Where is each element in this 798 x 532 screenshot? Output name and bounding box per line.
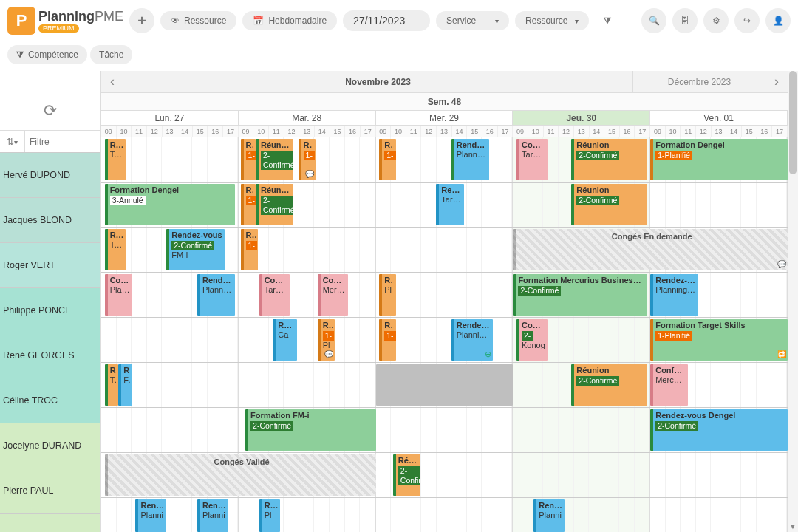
resource-header[interactable]: Jacques BLOND	[0, 197, 100, 242]
chevron-right-icon	[774, 74, 779, 89]
top-toolbar: P PlanningPME PREMIUM Ressource Hebdomad…	[0, 0, 798, 41]
day-header: Mar. 28	[239, 111, 376, 125]
prev-month-button[interactable]	[101, 71, 123, 92]
task-block[interactable]: Réunion2-Confirmé	[393, 454, 420, 496]
task-block[interactable]: Formation Target Skills1-Planifié	[650, 319, 788, 361]
task-block[interactable]: Réunion2-Confirmé	[256, 139, 293, 180]
resource-header[interactable]: Jocelyne DURAND	[0, 423, 100, 468]
task-block[interactable]: Ré voFM	[118, 364, 132, 406]
add-button[interactable]	[129, 8, 154, 33]
task-block[interactable]: Rendez-vousPlanni	[135, 499, 166, 532]
next-month-label: Décembre 2023	[632, 71, 765, 92]
task-block[interactable]: Formation Dengel1-Planifié	[650, 139, 788, 180]
task-block[interactable]: Confé téléphTarget Skills	[516, 139, 548, 180]
task-block[interactable]: Formation FM-i2-Confirmé	[245, 409, 376, 451]
schedule-row[interactable]: Ré voCaRé int1-PlRé int1-Rendez-vousPlan…	[101, 318, 788, 363]
funnel-icon	[16, 50, 24, 60]
task-block[interactable]: Ré intTa Sk	[105, 229, 126, 270]
resource-header[interactable]: Pierre PAUL	[0, 468, 100, 513]
task-block[interactable]: Ré voPl	[259, 499, 280, 532]
task-block[interactable]: Rendez-vous2-ConfirméFM-i	[166, 229, 225, 270]
next-month-button[interactable]	[765, 71, 788, 92]
schedule-row[interactable]: Rendez-vousPlanniRendez-vousPlanniRé voP…	[101, 498, 788, 532]
task-block[interactable]: Ré intTa Sk	[105, 364, 119, 406]
task-block[interactable]: Ré voCa	[273, 319, 297, 361]
date-field[interactable]	[353, 15, 420, 27]
competence-filter[interactable]: Compétence	[7, 45, 87, 64]
resource-column: Hervé DUPONDJacques BLONDRoger VERTPhili…	[0, 71, 101, 532]
schedule-row[interactable]: Formation FM-i2-ConfirméRendez-vous Deng…	[101, 408, 788, 453]
task-block[interactable]: Ré int1-	[379, 319, 396, 361]
resource-header[interactable]: René GEORGES	[0, 332, 100, 378]
resource-header[interactable]: Céline TROC	[0, 378, 100, 423]
settings-button[interactable]	[703, 8, 729, 33]
resource-dropdown[interactable]: Ressource	[515, 11, 589, 30]
resource-header[interactable]: Pascal RIBON	[0, 513, 100, 532]
calendar-pane: Novembre 2023 Décembre 2023 Sem. 48 Lun.…	[101, 71, 788, 532]
task-block[interactable]: Rendez-vousPlanni	[533, 499, 565, 532]
scroll-down-arrow[interactable]: ▼	[788, 522, 798, 532]
task-block[interactable]: Rendez-vousPlanni Canad	[197, 274, 235, 316]
task-block[interactable]: Ré int1-	[241, 229, 258, 270]
task-block[interactable]: Réunion2-Confirmé	[571, 184, 647, 225]
refresh-button[interactable]	[0, 93, 100, 129]
task-block[interactable]: Ré int1-	[241, 139, 256, 180]
task-block[interactable]: Rendez-vousTarget Skills	[436, 184, 463, 225]
service-dropdown[interactable]: Service	[436, 11, 509, 30]
filter-input[interactable]	[25, 137, 96, 147]
task-block[interactable]: Rendez-vousPlanningP Canada	[451, 319, 493, 361]
sort-icon	[7, 137, 14, 147]
task-block[interactable]: Ré int1-	[299, 139, 316, 180]
filter-button[interactable]	[595, 8, 620, 33]
task-block[interactable]: Ré intTa Sk	[105, 139, 126, 180]
task-block[interactable]: Congés En demande	[513, 229, 788, 270]
task-block[interactable]: Confé téléph2-Konog	[516, 319, 548, 361]
resource-header[interactable]: Hervé DUPOND	[0, 152, 100, 197]
schedule-row[interactable]: Ré intTa SkRendez-vous2-ConfirméFM-iRé i…	[101, 228, 788, 273]
task-block[interactable]: Rendez-vous Dengel2-Confirmé	[650, 409, 788, 451]
hours-header: 0910111213141516170910111213141516170910…	[101, 126, 788, 137]
resource-header[interactable]: Philippe PONCE	[0, 287, 100, 332]
task-block[interactable]: Réunion2-Confirmé	[571, 139, 647, 180]
task-block[interactable]: Rendez-vousPlanningP Nederland	[451, 139, 489, 180]
schedule-row[interactable]: Ré intTa SkRé int1-Réunion2-ConfirméRé i…	[101, 137, 788, 183]
schedule-row[interactable]: Congés ValidéRéunion2-Confirmé	[101, 453, 788, 498]
task-block[interactable]: Réunion2-Confirmé	[256, 184, 293, 225]
task-block[interactable]: Ré intPl	[379, 274, 396, 316]
user-button[interactable]	[765, 8, 791, 33]
eye-icon	[171, 16, 180, 26]
task-block[interactable]: Confé téléphMercu Busin	[318, 274, 349, 316]
resource-header[interactable]: Roger VERT	[0, 242, 100, 287]
task-block[interactable]: Ré int1-	[379, 139, 396, 180]
task-block[interactable]: Ré int1-Pl	[318, 319, 335, 361]
schedule-row[interactable]: Confé téléphPlanni CanadRendez-vousPlann…	[101, 273, 788, 318]
task-block[interactable]: Ré int1-	[241, 184, 256, 225]
date-input[interactable]	[343, 10, 430, 31]
app-name: PlanningPME	[38, 10, 123, 23]
schedule-row[interactable]: Ré intTa SkRé voFMRéunion2-ConfirméConfé…	[101, 363, 788, 408]
chevron-down-icon	[495, 16, 499, 26]
schedule-row[interactable]: Formation Dengel3-AnnuléRé int1-Réunion2…	[101, 183, 788, 228]
task-block[interactable]: Formation Dengel3-Annulé	[105, 184, 236, 225]
task-block[interactable]: Réunion2-Confirmé	[571, 364, 647, 406]
task-block[interactable]: Rendez-vousPlanningP Canada	[650, 274, 698, 316]
resource-view-selector[interactable]: Ressource	[160, 11, 236, 30]
period-selector[interactable]: Hebdomadaire	[242, 11, 337, 30]
task-block[interactable]: Confé téléphPlanni Canad	[105, 274, 132, 316]
sort-button[interactable]	[0, 131, 25, 152]
week-label: Sem. 48	[101, 93, 788, 111]
data-button[interactable]	[672, 8, 698, 33]
vertical-scrollbar[interactable]: ▼	[788, 71, 798, 532]
schedule-grid[interactable]: Ré intTa SkRé int1-Réunion2-ConfirméRé i…	[101, 137, 788, 532]
tache-filter[interactable]: Tâche	[90, 45, 132, 64]
current-month: Novembre 2023	[123, 71, 632, 92]
task-block[interactable]	[376, 364, 514, 406]
share-button[interactable]	[734, 8, 760, 33]
task-block[interactable]: Confé téléphTarget Skills	[259, 274, 290, 316]
task-block[interactable]: Congés Validé	[105, 454, 376, 496]
search-button[interactable]	[641, 8, 666, 33]
task-block[interactable]: Rendez-vousPlanni	[197, 499, 228, 532]
task-block[interactable]: Formation Mercurius Business Development…	[513, 274, 647, 316]
task-block[interactable]: Confé téléphMercu Busin	[650, 364, 688, 406]
scrollbar-thumb[interactable]	[789, 71, 797, 174]
